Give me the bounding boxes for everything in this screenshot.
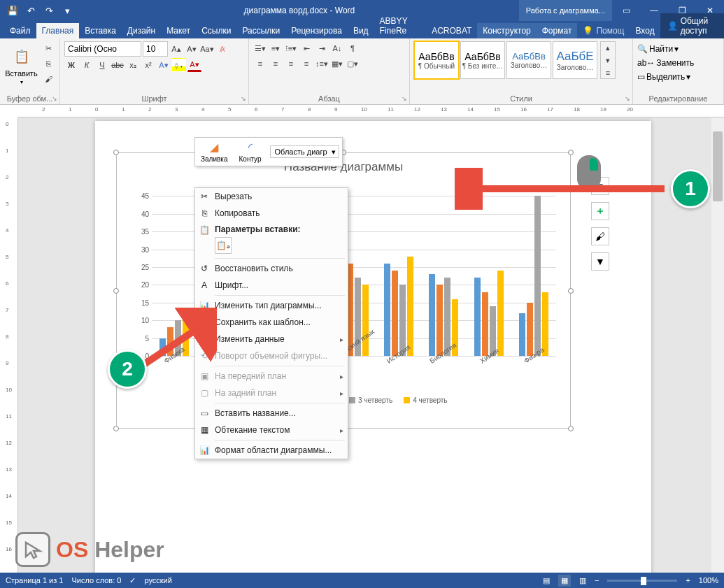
underline-button[interactable]: Ч <box>95 58 109 72</box>
view-read-icon[interactable]: ▤ <box>543 576 550 585</box>
numbering-icon[interactable]: ≡▾ <box>269 41 283 55</box>
grow-font-icon[interactable]: A▴ <box>169 42 183 56</box>
vertical-scrollbar[interactable] <box>711 117 724 573</box>
view-print-icon[interactable]: ▦ <box>558 575 571 587</box>
styles-gallery[interactable]: АаБбВв ¶ Обычный АаБбВв ¶ Без инте… АаБб… <box>414 41 597 79</box>
bar[interactable] <box>482 292 488 356</box>
fill-button[interactable]: ◢ Заливка <box>195 138 234 166</box>
styles-scroll-up[interactable]: ▴ <box>601 42 615 53</box>
bar[interactable] <box>527 303 533 356</box>
outline-button[interactable]: ◜ Контур <box>234 138 267 166</box>
ctx-change-chart-type[interactable]: 📊Изменить тип диаграммы... <box>195 297 348 314</box>
ctx-edit-data[interactable]: ✎Изменить данные▸ <box>195 331 348 347</box>
multilevel-icon[interactable]: ⁝≡▾ <box>284 41 298 55</box>
paste-option-keep-text[interactable]: 📋ₐ <box>215 237 232 254</box>
bar[interactable] <box>497 271 504 356</box>
shrink-font-icon[interactable]: A▾ <box>185 42 199 56</box>
align-center-icon[interactable]: ≡ <box>269 57 283 71</box>
subscript-button[interactable]: x₂ <box>126 58 140 72</box>
tab-design[interactable]: Дизайн <box>122 23 161 38</box>
tab-view[interactable]: Вид <box>348 23 374 38</box>
tab-layout[interactable]: Макет <box>161 23 196 38</box>
copy-icon[interactable]: ⎘ <box>41 57 55 71</box>
italic-button[interactable]: К <box>80 58 94 72</box>
signin-link[interactable]: Вход <box>630 23 660 38</box>
bar[interactable] <box>362 285 369 356</box>
styles-scroll-down[interactable]: ▾ <box>601 55 615 66</box>
zoom-level[interactable]: 100% <box>699 576 718 585</box>
borders-icon[interactable]: ▢▾ <box>346 57 360 71</box>
horizontal-ruler[interactable]: 2101234567891011121314151617181920 <box>18 105 724 117</box>
bar[interactable] <box>436 285 443 356</box>
decrease-indent-icon[interactable]: ⇤ <box>299 41 313 55</box>
select-button[interactable]: ▭ Выделить ▾ <box>637 72 690 82</box>
sort-icon[interactable]: A↓ <box>330 41 344 55</box>
ctx-save-template[interactable]: 💾Сохранить как шаблон... <box>195 314 348 331</box>
redo-button[interactable]: ↷ <box>41 2 57 19</box>
change-case-icon[interactable]: Aa▾ <box>200 42 214 56</box>
chart-filters-button[interactable]: ▼ <box>591 252 609 271</box>
style-heading2[interactable]: АаБбЕ Заголово… <box>553 41 597 79</box>
justify-icon[interactable]: ≡ <box>299 57 313 71</box>
ctx-restore-style[interactable]: ↺Восстановить стиль <box>195 260 348 277</box>
clear-format-icon[interactable]: A̷ <box>215 42 229 56</box>
bar[interactable] <box>392 271 398 356</box>
bar[interactable] <box>542 292 548 356</box>
bar[interactable] <box>474 278 481 356</box>
bar[interactable] <box>384 264 390 356</box>
ctx-font[interactable]: AШрифт... <box>195 277 348 294</box>
ctx-wrap-text[interactable]: ▦Обтекание текстом▸ <box>195 422 348 438</box>
clipboard-launcher[interactable]: ↘ <box>52 95 57 102</box>
share-button[interactable]: 👤 Общий доступ <box>660 13 724 38</box>
show-marks-icon[interactable]: ¶ <box>346 41 360 55</box>
ctx-insert-caption[interactable]: ▭Вставить название... <box>195 405 348 422</box>
ctx-copy[interactable]: ⎘Копировать <box>195 205 348 222</box>
save-button[interactable]: 💾 <box>4 2 21 19</box>
tab-references[interactable]: Ссылки <box>196 23 236 38</box>
style-no-spacing[interactable]: АаБбВв ¶ Без инте… <box>460 41 505 79</box>
font-color-icon[interactable]: A▾ <box>187 58 201 72</box>
increase-indent-icon[interactable]: ⇥ <box>315 41 329 55</box>
highlight-icon[interactable]: ⎀▾ <box>172 58 186 72</box>
align-left-icon[interactable]: ≡ <box>253 57 267 71</box>
text-effects-icon[interactable]: A▾ <box>157 58 171 72</box>
status-language[interactable]: русский <box>144 576 171 585</box>
tab-acrobat[interactable]: ACROBAT <box>426 23 477 38</box>
font-size-combo[interactable]: 10 <box>143 41 168 57</box>
style-normal[interactable]: АаБбВв ¶ Обычный <box>414 41 459 79</box>
zoom-slider[interactable] <box>607 580 677 582</box>
tab-review[interactable]: Рецензирова <box>285 23 348 38</box>
bar[interactable] <box>534 196 541 356</box>
tab-mailings[interactable]: Рассылки <box>236 23 285 38</box>
tell-me[interactable]: 💡 Помощ <box>577 23 630 38</box>
undo-button[interactable]: ↶ <box>22 2 39 19</box>
strike-button[interactable]: abc <box>111 58 125 72</box>
line-spacing-icon[interactable]: ↕≡▾ <box>315 57 329 71</box>
ctx-cut[interactable]: ✂Вырезать <box>195 188 348 205</box>
align-right-icon[interactable]: ≡ <box>284 57 298 71</box>
status-words[interactable]: Число слов: 0 <box>71 576 121 585</box>
tab-chart-format[interactable]: Формат <box>537 23 578 38</box>
tab-chart-design[interactable]: Конструктор <box>477 23 536 38</box>
bar[interactable] <box>407 257 413 356</box>
paste-button[interactable]: 📋 Вставить ▾ <box>4 41 38 89</box>
shading-icon[interactable]: ▦▾ <box>330 57 344 71</box>
tab-insert[interactable]: Вставка <box>79 23 122 38</box>
paragraph-launcher[interactable]: ↘ <box>402 95 407 102</box>
style-heading1[interactable]: АаБбВв Заголово… <box>506 41 551 79</box>
find-button[interactable]: 🔍 Найти ▾ <box>637 44 679 54</box>
styles-more[interactable]: ≡ <box>601 67 615 78</box>
font-family-combo[interactable]: Calibri (Осно <box>64 41 141 57</box>
cut-icon[interactable]: ✂ <box>41 41 55 55</box>
superscript-button[interactable]: x² <box>141 58 155 72</box>
tab-abbyy[interactable]: ABBYY FineRe <box>374 13 427 38</box>
ribbon-display-options[interactable]: ▭ <box>612 0 640 21</box>
chart-element-combo[interactable]: Область диагр <box>270 145 339 158</box>
bold-button[interactable]: Ж <box>64 58 78 72</box>
tab-home[interactable]: Главная <box>36 23 80 38</box>
font-launcher[interactable]: ↘ <box>241 95 246 102</box>
view-web-icon[interactable]: ▥ <box>579 576 586 585</box>
status-page[interactable]: Страница 1 из 1 <box>6 576 63 585</box>
bullets-icon[interactable]: ☰▾ <box>253 41 267 55</box>
bar[interactable] <box>429 274 435 356</box>
